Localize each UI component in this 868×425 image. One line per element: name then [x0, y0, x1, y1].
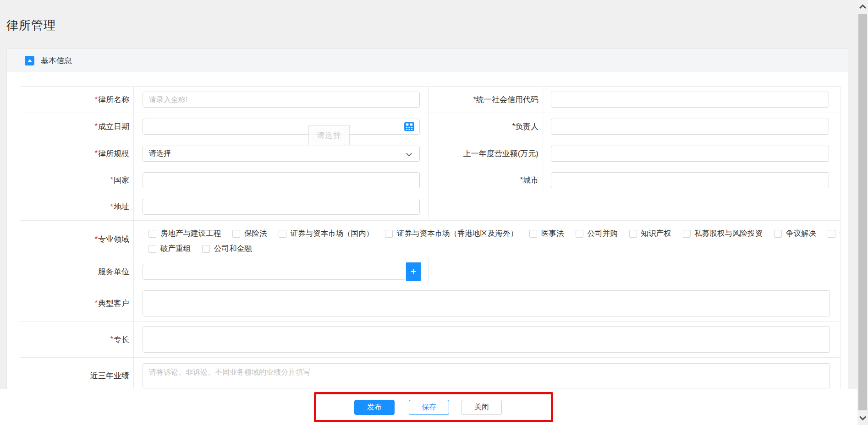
- founding-date-input[interactable]: [143, 119, 420, 135]
- form-row: *典型客户: [20, 285, 840, 321]
- empty-cell: [429, 258, 840, 285]
- required-asterisk: *: [110, 203, 113, 211]
- checkbox-icon[interactable]: [629, 230, 637, 238]
- specialty-checkbox-item[interactable]: 保险法: [232, 229, 267, 239]
- leader-label: *负责人: [429, 113, 543, 140]
- checkbox-icon[interactable]: [683, 230, 691, 238]
- credit-code-label: *统一社会信用代码: [429, 87, 543, 113]
- form-row: *成立日期: [20, 113, 840, 140]
- firm-scale-select[interactable]: 请选择: [143, 146, 420, 162]
- firm-name-label: *律所名称: [20, 87, 134, 113]
- address-label: *地址: [20, 193, 134, 220]
- ghost-select-tooltip: 请选择: [308, 125, 350, 145]
- specialty-checkbox-item[interactable]: 公司和金融: [202, 244, 252, 254]
- specialty-checkbox-item[interactable]: 破产重组: [148, 244, 191, 254]
- performance-label: 近三年业绩: [20, 358, 134, 389]
- firm-scale-selected-value: 请选择: [149, 149, 171, 158]
- required-asterisk: *: [110, 176, 113, 184]
- checkbox-icon[interactable]: [774, 230, 782, 238]
- credit-code-input[interactable]: [551, 92, 829, 108]
- save-button[interactable]: 保存: [409, 400, 449, 415]
- checkbox-icon[interactable]: [529, 230, 537, 238]
- form-row: *专业领域 房地产与建设工程 保险法 证券与资本市场（国内） 证券与资本市场（香…: [20, 221, 840, 258]
- required-asterisk: *: [512, 122, 515, 131]
- page-title: 律所管理: [6, 17, 56, 33]
- publish-button[interactable]: 发布: [354, 400, 395, 415]
- form-row: 近三年业绩: [20, 358, 840, 389]
- clients-label: *典型客户: [20, 285, 134, 321]
- checkbox-icon[interactable]: [576, 230, 583, 238]
- form-row: *律所名称 *统一社会信用代码: [20, 87, 840, 113]
- required-asterisk: *: [95, 122, 98, 131]
- performance-textarea[interactable]: [143, 363, 830, 388]
- required-asterisk: *: [110, 335, 113, 343]
- vertical-scrollbar[interactable]: [857, 0, 868, 425]
- specialty-checkbox-item[interactable]: 公司并购: [576, 229, 618, 239]
- clients-textarea[interactable]: [143, 290, 830, 316]
- checkbox-icon[interactable]: [385, 230, 393, 238]
- section-header: 基本信息: [7, 49, 848, 72]
- empty-cell: [429, 193, 840, 220]
- expertise-textarea[interactable]: [143, 326, 830, 353]
- specialty-checkbox-item[interactable]: 医事法: [529, 229, 564, 239]
- form-row: *国家 *城市: [20, 167, 840, 193]
- collapse-triangle-icon[interactable]: [25, 56, 34, 65]
- specialty-checkbox-group: 房地产与建设工程 保险法 证券与资本市场（国内） 证券与资本市场（香港地区及海外…: [134, 223, 841, 256]
- scroll-down-icon[interactable]: [858, 414, 867, 421]
- add-service-unit-button[interactable]: +: [406, 262, 421, 281]
- form-row: 服务单位 +: [20, 258, 840, 285]
- firm-name-input[interactable]: [143, 92, 420, 108]
- revenue-input[interactable]: [551, 146, 829, 162]
- scrollbar-thumb[interactable]: [858, 14, 867, 410]
- leader-input[interactable]: [551, 119, 829, 135]
- checkbox-icon[interactable]: [279, 230, 286, 238]
- required-asterisk: *: [95, 96, 98, 104]
- firm-scale-label: *律所规模: [20, 140, 134, 167]
- close-button[interactable]: 关闭: [461, 400, 502, 415]
- specialty-checkbox-item[interactable]: 私募股权与风险投资: [683, 229, 763, 239]
- revenue-label: 上一年度营业额(万元): [429, 140, 543, 167]
- address-input[interactable]: [143, 199, 420, 215]
- checkbox-icon[interactable]: [828, 230, 835, 238]
- required-asterisk: *: [95, 149, 98, 158]
- city-input[interactable]: [551, 172, 829, 188]
- calendar-icon[interactable]: [404, 121, 415, 132]
- basic-info-form-table: *律所名称 *统一社会信用代码 *成立日期: [20, 86, 841, 389]
- checkbox-icon[interactable]: [232, 230, 240, 238]
- required-asterisk: *: [473, 95, 476, 104]
- specialty-checkbox-item[interactable]: 证券与资本市场（国内）: [279, 229, 374, 239]
- founding-date-label: *成立日期: [20, 113, 134, 140]
- city-label: *城市: [429, 167, 543, 193]
- checkbox-icon[interactable]: [148, 245, 156, 253]
- specialty-label: *专业领域: [20, 221, 134, 258]
- required-asterisk: *: [520, 175, 523, 185]
- form-row: *地址: [20, 193, 840, 221]
- chevron-down-icon: [406, 151, 412, 157]
- specialty-checkbox-item[interactable]: 知识产权: [629, 229, 671, 239]
- section-title: 基本信息: [41, 55, 72, 66]
- required-asterisk: *: [95, 299, 98, 307]
- form-row: *专长: [20, 321, 840, 358]
- specialty-checkbox-item[interactable]: 证券与资本市场（香港地区及海外）: [385, 229, 518, 239]
- service-unit-label: 服务单位: [20, 258, 134, 285]
- service-unit-input[interactable]: [143, 264, 406, 280]
- founding-date-picker[interactable]: [143, 119, 420, 135]
- specialty-checkbox-item[interactable]: 劳动法: [828, 229, 841, 239]
- specialty-checkbox-item[interactable]: 房地产与建设工程: [148, 229, 221, 239]
- specialty-checkbox-item[interactable]: 争议解决: [774, 229, 816, 239]
- checkbox-icon[interactable]: [148, 230, 156, 238]
- checkbox-icon[interactable]: [202, 245, 210, 253]
- country-label: *国家: [20, 167, 134, 193]
- expertise-label: *专长: [20, 321, 134, 357]
- scroll-up-icon[interactable]: [858, 3, 867, 10]
- country-input[interactable]: [143, 172, 420, 188]
- required-asterisk: *: [95, 235, 98, 244]
- basic-info-card: 基本信息 *律所名称 *统一社会信用代码 *成立日期: [6, 49, 848, 389]
- footer-action-bar: 发布 保存 关闭: [0, 389, 857, 425]
- form-row: *律所规模 请选择 上一年度营业额(万元): [20, 140, 840, 167]
